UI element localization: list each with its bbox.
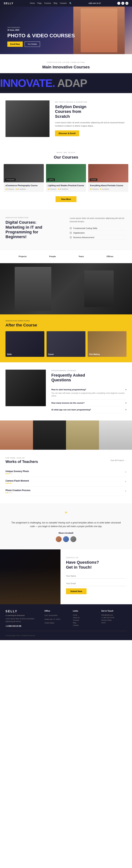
footer-top: SELLY A Learning for Everyone Lorem ipsu… (5, 610, 127, 631)
details-button[interactable]: Our Details (25, 41, 40, 47)
linkedin-icon[interactable]: in (122, 2, 124, 5)
nav-home[interactable]: Home (30, 2, 35, 5)
dot-2 (7, 483, 8, 484)
course-info-2: Lighting and Shades Practical Course 8 l… (46, 182, 86, 192)
work-name-1: Unique Scenery Photo (5, 470, 29, 473)
course-thumb-1: Photography (4, 164, 44, 182)
course-thumb-3: Portraits (88, 164, 128, 182)
digital-title: Digital Courses:Marketing in IT andProgr… (5, 220, 62, 239)
sellytion-content: WE TEACH DESIGN & MARKETING Sellytion De… (55, 101, 127, 136)
footer-office-col: Office 2207 Sunset Blvd Studio City, TX … (44, 610, 65, 627)
after-course-section: INNOVATIVE DIRECTIONS After the Course S… (0, 314, 132, 362)
nav-blog[interactable]: Blog (54, 2, 57, 5)
footer: SELLY A Learning for Everyone Lorem ipsu… (0, 604, 132, 640)
works-link[interactable]: View All Projects → (110, 459, 127, 461)
footer-privacy[interactable]: Privacy Policy (101, 619, 127, 621)
chevron-icon-2: + (125, 402, 127, 404)
search-icon[interactable]: 🔍 (69, 2, 72, 5)
courses-subtitle: WHAT WE TEACH (4, 152, 128, 153)
dot-4 (10, 492, 11, 493)
twitter-icon[interactable]: tw (125, 2, 128, 5)
gallery-item-3 (66, 421, 99, 450)
course-info-3: Everything About Portraits Course 6 less… (88, 182, 128, 192)
gallery-item-2 (33, 421, 66, 450)
faq-item-2[interactable]: How many lessons do the course? + (51, 400, 127, 406)
course-thumb-2: Lighting (46, 164, 86, 182)
digital-item-1: Fundamental Coding Skills (70, 226, 127, 230)
footer-contact-phone[interactable]: +1 800 234 23 89 (101, 617, 127, 619)
faq-title: Frequently AskedQuestions (51, 373, 127, 382)
stat-years-label: Years (78, 255, 84, 257)
faq-content: PROGRAMMING COURSES Frequently AskedQues… (51, 370, 127, 413)
footer-link-home[interactable]: Home (73, 614, 94, 616)
video-person-1 (15, 267, 51, 311)
contact-title: Have Questions?Get in Touch! (66, 560, 127, 570)
faq-item-1[interactable]: How to start learning programming? + You… (51, 386, 127, 400)
contact-email-input[interactable] (66, 581, 127, 586)
quote-mark: " (11, 510, 121, 518)
nav-page[interactable]: Page (37, 2, 42, 5)
footer-brand-col: SELLY A Learning for Everyone Lorem ipsu… (5, 610, 37, 627)
footer-link-about[interactable]: About Us (73, 617, 94, 619)
stat-years: Years (78, 255, 84, 257)
courses-grid: Photography eCommerce Photography Course… (4, 164, 128, 192)
faq-tag: PROGRAMMING COURSES (51, 370, 127, 371)
footer-contact-col: Get in Touch hello@selly.com +1 800 234 … (101, 610, 127, 627)
faq-question-3: At what age can one learn programming? + (51, 409, 127, 411)
course-card-2: Lighting Lighting and Shades Practical C… (46, 164, 86, 192)
work-expand-3[interactable]: + (125, 489, 127, 493)
course-name-3: Everything About Portraits Course (90, 184, 127, 187)
footer-link-contact[interactable]: Contact (73, 624, 94, 626)
arrow-right-icon: → (125, 459, 127, 461)
stat-offices: Offices (107, 255, 113, 257)
nav-courses[interactable]: Courses (44, 2, 51, 5)
digital-left: INNOVATIVE DIRECTION Digital Courses:Mar… (5, 217, 62, 242)
digital-tag: INNOVATIVE DIRECTION (5, 217, 62, 219)
dot-1 (5, 492, 6, 493)
enroll-button[interactable]: Enroll Now (7, 41, 23, 47)
contact-form-area: CONTACT US Have Questions?Get in Touch! … (60, 549, 132, 604)
hero-person-image (81, 8, 117, 52)
testimonial-avatars (11, 536, 121, 542)
dot-4 (10, 483, 11, 484)
works-section: FOR FREE, SIGN UP Works of Teachers View… (0, 450, 132, 503)
footer-terms[interactable]: Terms (101, 622, 127, 624)
nav-courses2[interactable]: Courses (60, 2, 67, 5)
sellytion-cta-button[interactable]: Discover & Enroll (55, 130, 79, 136)
dot-2 (7, 473, 8, 474)
courses-title: Our Courses (4, 155, 128, 160)
work-expand-2[interactable]: + (125, 480, 127, 483)
sellytion-title: Sellytion DesignCourses fromScratch (55, 104, 127, 119)
footer-copyright: InnovaDesign 2023. All Rights Reserved (5, 634, 35, 637)
contact-form: Submit Now (66, 574, 127, 594)
faq-item-3[interactable]: At what age can one learn programming? + (51, 406, 127, 413)
facebook-icon[interactable]: f (117, 2, 120, 5)
contact-submit-button[interactable]: Submit Now (66, 588, 86, 594)
main-nav: Home Page Courses Blog Courses 🔍 (30, 2, 72, 5)
footer-office-title: Office (44, 610, 65, 612)
footer-contact-email[interactable]: hello@selly.com (101, 614, 127, 616)
sellytion-photo (5, 100, 50, 137)
footer-contact-title: Get in Touch (101, 610, 127, 612)
work-expand-1[interactable]: + (125, 470, 127, 474)
works-header: FOR FREE, SIGN UP Works of Teachers View… (5, 457, 127, 464)
after-card-career-label: Career (48, 353, 54, 355)
course-meta-1: 5 lessons 44 students (5, 188, 42, 190)
dot-3 (8, 483, 9, 484)
works-subtitle: FOR FREE, SIGN UP (5, 457, 38, 459)
works-header-left: FOR FREE, SIGN UP Works of Teachers (5, 457, 38, 464)
work-item-2: Camera Flash Moment + (5, 477, 127, 487)
header: SELLY Home Page Courses Blog Courses 🔍 +… (0, 0, 132, 7)
hero-title: PHOTO & VIDEO COURSES (7, 33, 75, 39)
course-card-1: Photography eCommerce Photography Course… (4, 164, 44, 192)
hero-image (73, 7, 125, 54)
course-lessons-2: 8 lessons (48, 188, 56, 190)
after-course-tag: INNOVATIVE DIRECTIONS (5, 320, 127, 322)
sellytion-tag: WE TEACH DESIGN & MARKETING (55, 101, 127, 103)
work-info-3: Photo Creation Process (5, 489, 30, 493)
contact-tag: CONTACT US (66, 557, 127, 559)
footer-link-courses[interactable]: Courses (73, 619, 94, 621)
contact-name-input[interactable] (66, 574, 127, 579)
footer-link-blog[interactable]: Blog (73, 622, 94, 624)
view-more-button[interactable]: View More (56, 196, 76, 202)
